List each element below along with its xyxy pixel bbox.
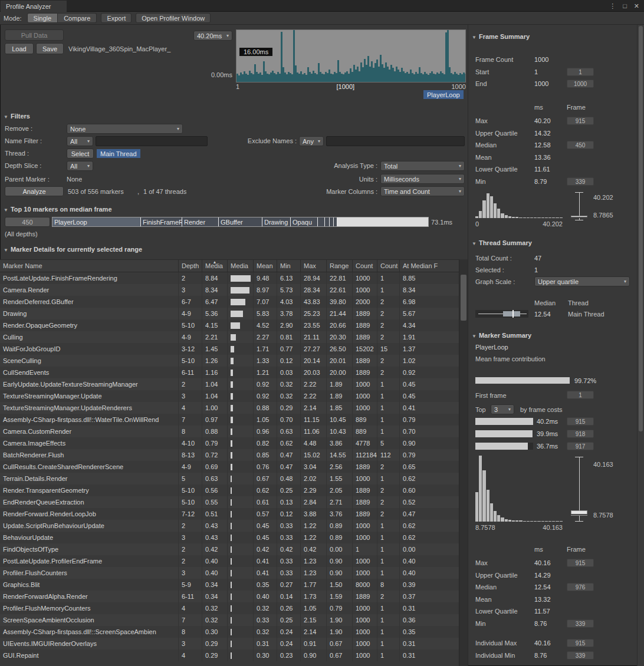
table-row[interactable]: Render.OpaqueGeometry5-104.154.522.9023.… — [0, 319, 459, 331]
top10-segment[interactable]: FinishFrameR — [141, 217, 182, 226]
table-scrollbar[interactable] — [459, 259, 468, 666]
save-button[interactable]: Save — [36, 43, 64, 54]
table-row[interactable]: RenderForward.RenderLoopJob7-120.510.570… — [0, 508, 459, 520]
frame-link-badge[interactable]: 917 — [567, 442, 594, 450]
thread-filter-chip[interactable]: Main Thread — [97, 149, 140, 158]
frame-link-badge[interactable]: 976 — [567, 583, 594, 591]
frame-link-badge[interactable]: 915 — [567, 639, 594, 647]
table-row[interactable]: UIEvents.IMGUIRenderOverlays30.290.310.2… — [0, 638, 459, 649]
top10-segment[interactable] — [325, 217, 330, 226]
frame-link-badge[interactable]: 915 — [567, 559, 594, 567]
table-row[interactable]: FindObjectsOfType20.420.420.420.420.0011… — [0, 543, 459, 555]
table-row[interactable]: EarlyUpdate.UpdateTextureStreamingManage… — [0, 378, 459, 390]
top10-section-header[interactable]: ▼Top 10 markers on median frame — [4, 206, 112, 213]
depth-slice-dropdown[interactable]: All ▾ — [67, 161, 93, 171]
table-row[interactable]: CullSendEvents6-111.161.210.0320.0320.00… — [0, 367, 459, 378]
close-icon[interactable]: ✕ — [634, 3, 639, 9]
top10-segment[interactable]: Render — [182, 217, 219, 226]
column-header-range[interactable]: Range — [327, 260, 353, 272]
frame-link-badge[interactable]: 915 — [567, 117, 594, 125]
table-row[interactable]: Update.ScriptRunBehaviourUpdate20.430.45… — [0, 520, 459, 532]
frame-link-badge[interactable]: 1 — [567, 391, 594, 399]
table-row[interactable]: EndRenderQueueExtraction5-100.550.610.13… — [0, 496, 459, 508]
column-header-at-median[interactable]: At Median F — [400, 260, 459, 272]
column-header-count-frame[interactable]: Count Fra — [377, 260, 400, 272]
table-row[interactable]: Render.TransparentGeometry5-100.560.620.… — [0, 484, 459, 496]
column-header-mean[interactable]: Mean — [254, 260, 277, 272]
panel-scrollbar-thumb[interactable] — [639, 26, 643, 431]
filters-section-header[interactable]: ▼Filters — [4, 113, 30, 120]
top10-segment[interactable] — [318, 217, 325, 226]
table-row[interactable]: RenderForwardAlpha.Render6-110.340.400.1… — [0, 591, 459, 602]
export-button[interactable]: Export — [101, 13, 132, 23]
table-row[interactable]: Camera.ImageEffects4-100.790.820.624.483… — [0, 437, 459, 449]
marker-details-section-header[interactable]: ▼Marker Details for currently selected r… — [4, 246, 142, 253]
open-profiler-window-button[interactable]: Open Profiler Window — [136, 13, 211, 23]
frame-link-badge[interactable]: 915 — [567, 417, 594, 426]
top10-segment[interactable]: Drawing — [262, 217, 291, 226]
top10-bar[interactable]: PlayerLoopFinishFrameRRenderGBufferDrawi… — [52, 217, 429, 227]
graph-scale-dropdown[interactable]: Upper quartile ▾ — [534, 276, 630, 286]
top-n-dropdown[interactable]: 3 ▾ — [491, 404, 514, 414]
table-row[interactable]: Drawing4-95.365.833.7825.2321.44188925.6… — [0, 308, 459, 319]
frame-link-badge[interactable]: 339 — [567, 177, 594, 186]
frame-link-badge[interactable]: 450 — [567, 141, 594, 149]
selected-marker-chip[interactable]: PlayerLoop — [423, 90, 464, 99]
median-frame-badge-button[interactable]: 450 — [5, 217, 50, 227]
tab-single[interactable]: Single — [27, 13, 58, 23]
exclude-mode-dropdown[interactable]: Any ▾ — [299, 136, 324, 146]
table-row[interactable]: Culling4-92.212.270.8121.1120.30188921.9… — [0, 331, 459, 343]
column-header-median-bar[interactable]: Media — [228, 260, 254, 272]
kebab-menu-icon[interactable]: ⋮ — [609, 3, 616, 9]
maximize-icon[interactable]: □ — [623, 3, 627, 9]
frame-link-badge[interactable]: 339 — [567, 651, 594, 660]
top10-segment[interactable]: GBuffer — [219, 217, 262, 226]
table-row[interactable]: Profiler.FlushCounters30.400.410.331.230… — [0, 567, 459, 579]
column-header-count[interactable]: Count — [353, 260, 377, 272]
name-filter-mode-dropdown[interactable]: All ▾ — [67, 136, 93, 146]
frame-link-badge[interactable]: 1 — [567, 68, 594, 76]
table-row[interactable]: TextureStreamingManager.UpdateRenderers4… — [0, 402, 459, 414]
frame-time-chart[interactable]: 16.00ms — [236, 29, 466, 83]
frame-link-badge[interactable]: 1000 — [567, 80, 594, 88]
table-row[interactable]: ScreenSpaceAmbientOcclusion70.320.330.25… — [0, 614, 459, 626]
remove-dropdown[interactable]: None ▾ — [67, 124, 183, 134]
name-filter-input[interactable] — [96, 136, 208, 146]
load-button[interactable]: Load — [5, 43, 34, 54]
top10-segment[interactable]: Opaqu — [291, 217, 318, 226]
exclude-names-input[interactable] — [326, 136, 465, 146]
table-row[interactable]: Assembly-CSharp-firstpass.dll!::WaterTil… — [0, 414, 459, 426]
thread-summary-header[interactable]: ▼Thread Summary — [472, 239, 532, 246]
thread-select-button[interactable]: Select — [67, 149, 94, 159]
table-row[interactable]: CullResults.CreateSharedRendererScene4-9… — [0, 461, 459, 473]
marker-columns-dropdown[interactable]: Time and Count ▾ — [380, 186, 465, 196]
table-row[interactable]: WaitForJobGroupID3-121.451.710.7727.2726… — [0, 343, 459, 355]
panel-scrollbar[interactable] — [637, 25, 644, 666]
table-row[interactable]: Camera.Render38.348.975.7328.3422.611000… — [0, 284, 459, 296]
frame-summary-header[interactable]: ▼Frame Summary — [472, 33, 530, 40]
column-header-marker-name[interactable]: Marker Name — [0, 260, 179, 272]
table-row[interactable]: TextureStreamingManager.Update31.040.920… — [0, 390, 459, 402]
table-row[interactable]: Terrain.Details.Render50.630.670.482.021… — [0, 473, 459, 484]
table-row[interactable]: Camera.CustomRender80.880.960.6311.0610.… — [0, 426, 459, 437]
table-row[interactable]: RenderDeferred.GBuffer6-76.477.074.0343.… — [0, 296, 459, 308]
table-row[interactable]: SceneCulling5-101.261.330.1220.1420.0118… — [0, 355, 459, 367]
column-header-median[interactable]: ▲Media — [202, 260, 228, 272]
table-row[interactable]: Graphics.Blit5-90.340.350.271.771.508000… — [0, 579, 459, 591]
column-header-min[interactable]: Min — [277, 260, 301, 272]
window-tab[interactable]: Profile Analyzer — [1, 1, 67, 12]
column-header-depth[interactable]: Depth — [179, 260, 202, 272]
units-dropdown[interactable]: Milliseconds ▾ — [380, 174, 465, 184]
top10-segment[interactable]: PlayerLoop — [52, 217, 141, 226]
top10-segment[interactable] — [334, 217, 337, 226]
column-header-max[interactable]: Max — [301, 260, 327, 272]
table-row[interactable]: Assembly-CSharp-firstpass.dll!::ScreenSp… — [0, 626, 459, 638]
table-row[interactable]: BatchRenderer.Flush8-130.720.850.4715.02… — [0, 449, 459, 461]
frame-link-badge[interactable]: 918 — [567, 430, 594, 438]
analyze-button[interactable]: Analyze — [5, 186, 64, 196]
table-row[interactable]: GUI.Repaint40.290.300.230.900.67100010.3… — [0, 649, 459, 661]
table-row[interactable]: Profiler.FlushMemoryCounters40.320.320.2… — [0, 602, 459, 614]
marker-summary-header[interactable]: ▼Marker Summary — [472, 332, 531, 339]
table-row[interactable]: PostLateUpdate.ProfilerEndFrame20.400.41… — [0, 555, 459, 567]
tab-compare[interactable]: Compare — [58, 13, 97, 23]
